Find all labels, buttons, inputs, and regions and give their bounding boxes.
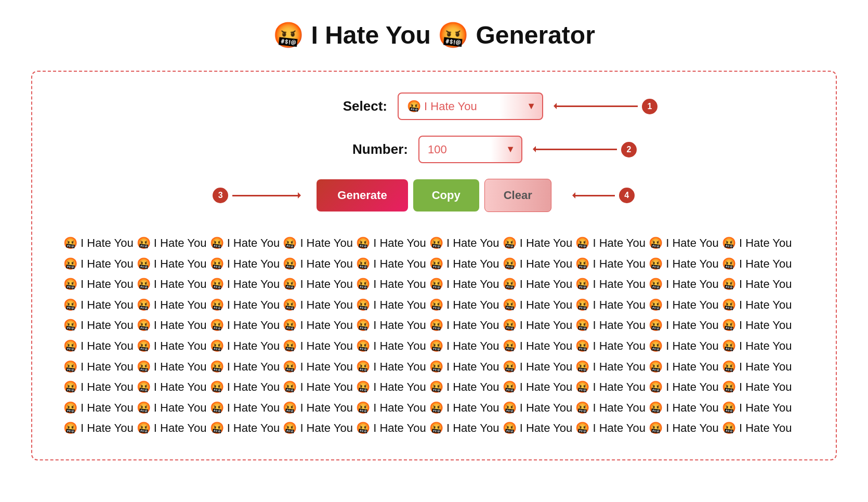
number-row: Number: 10 25 50 100 200 500 ▼ 2 xyxy=(346,136,522,163)
select-label: Select: xyxy=(325,98,387,114)
annotation-4: 4 xyxy=(573,188,635,203)
arrow-line-3 xyxy=(232,195,300,196)
buttons-row: 3 Generate Copy Clear 4 xyxy=(317,179,551,212)
generate-button[interactable]: Generate xyxy=(317,179,407,212)
annotation-3: 3 xyxy=(213,188,300,203)
annotation-1: 1 xyxy=(555,99,657,114)
copy-button[interactable]: Copy xyxy=(413,179,479,212)
number-label: Number: xyxy=(346,141,408,157)
arrow-line-1 xyxy=(555,105,638,107)
controls-section: Select: 🤬 I Hate You 😡 I Hate You 💢 I Ha… xyxy=(63,93,805,212)
annotation-circle-4: 4 xyxy=(619,188,635,203)
annotation-circle-1: 1 xyxy=(642,99,657,114)
number-select[interactable]: 10 25 50 100 200 500 xyxy=(418,136,522,163)
main-container: Select: 🤬 I Hate You 😡 I Hate You 💢 I Ha… xyxy=(31,71,837,460)
number-wrapper: 10 25 50 100 200 500 ▼ xyxy=(418,136,522,163)
clear-button[interactable]: Clear xyxy=(484,179,551,212)
page-title: 🤬 I Hate You 🤬 Generator xyxy=(273,21,595,50)
annotation-2: 2 xyxy=(534,142,637,157)
annotation-circle-2: 2 xyxy=(621,142,637,157)
select-row: Select: 🤬 I Hate You 😡 I Hate You 💢 I Ha… xyxy=(325,93,543,120)
annotation-circle-3: 3 xyxy=(213,188,228,203)
arrow-line-4 xyxy=(573,195,615,196)
select-wrapper: 🤬 I Hate You 😡 I Hate You 💢 I Hate You ▼ xyxy=(398,93,543,120)
output-area: 🤬 I Hate You 🤬 I Hate You 🤬 I Hate You 🤬… xyxy=(63,233,805,439)
phrase-select[interactable]: 🤬 I Hate You 😡 I Hate You 💢 I Hate You xyxy=(398,93,543,120)
arrow-line-2 xyxy=(534,149,617,150)
